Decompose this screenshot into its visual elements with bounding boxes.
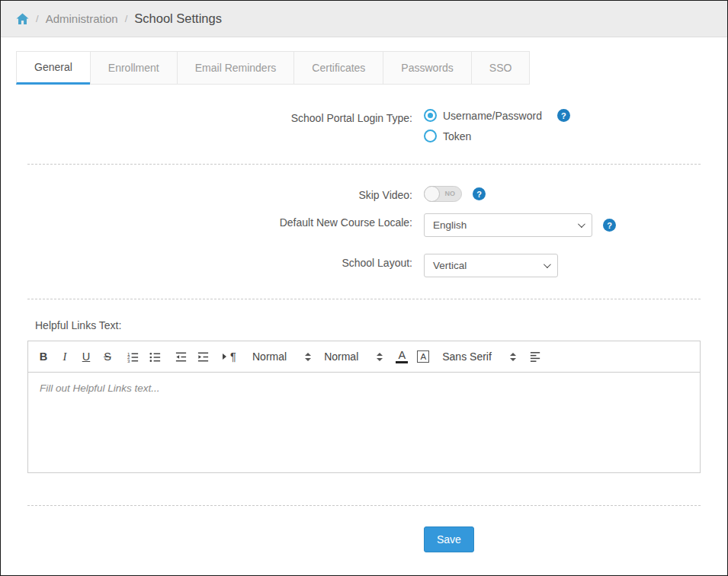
- tab-sso[interactable]: SSO: [471, 51, 531, 85]
- skip-video-toggle[interactable]: NO: [424, 186, 462, 202]
- format-group: B I U S: [37, 350, 114, 363]
- radio-token-label: Token: [443, 130, 471, 142]
- radio-token[interactable]: Token: [424, 130, 570, 142]
- settings-tabs: General Enrollment Email Reminders Certi…: [1, 37, 727, 85]
- italic-button[interactable]: I: [59, 350, 71, 363]
- font-dropdown-value: Sans Serif: [442, 350, 492, 363]
- locale-label: Default New Course Locale:: [1, 213, 412, 229]
- skip-video-help-icon[interactable]: ?: [473, 187, 486, 200]
- home-icon[interactable]: [16, 13, 29, 25]
- layout-control: Vertical: [424, 254, 558, 277]
- toggle-state-label: NO: [445, 187, 456, 201]
- tab-enrollment[interactable]: Enrollment: [90, 51, 178, 85]
- picker-arrows-icon: [377, 353, 383, 361]
- strikethrough-button[interactable]: S: [101, 350, 114, 363]
- breadcrumb-separator: /: [36, 13, 39, 24]
- layout-row: School Layout: Vertical: [1, 254, 727, 277]
- radio-button-selected[interactable]: [424, 109, 437, 122]
- locale-selected-value: English: [433, 219, 467, 231]
- size-dropdown-value: Normal: [324, 350, 358, 363]
- login-type-label: School Portal Login Type:: [1, 109, 412, 124]
- tab-email-reminders[interactable]: Email Reminders: [177, 51, 295, 85]
- login-type-help-icon[interactable]: ?: [557, 109, 570, 122]
- layout-select[interactable]: Vertical: [424, 254, 558, 277]
- login-type-control: Username/Password ? Token: [424, 109, 570, 142]
- radio-button[interactable]: [424, 130, 437, 142]
- save-row: Save: [1, 526, 727, 552]
- svg-text:3: 3: [127, 358, 130, 363]
- font-dropdown[interactable]: Sans Serif: [442, 350, 516, 363]
- header-picker-group: Normal: [252, 350, 311, 363]
- helpful-links-label: Helpful Links Text:: [27, 319, 701, 331]
- locale-control: English ?: [424, 213, 616, 237]
- align-icon[interactable]: [529, 350, 542, 363]
- color-group: A A: [396, 350, 429, 363]
- editor-toolbar: B I U S 123: [28, 341, 700, 373]
- indent-icon[interactable]: [197, 350, 210, 363]
- section-divider: [27, 299, 701, 299]
- radio-username-password-label: Username/Password: [443, 110, 542, 122]
- login-type-radio-group: Username/Password ? Token: [424, 109, 570, 142]
- header-dropdown-value: Normal: [252, 350, 287, 363]
- background-color-icon[interactable]: A: [417, 350, 429, 363]
- pilcrow-glyph: ¶: [227, 350, 239, 363]
- chevron-down-icon: [544, 261, 551, 268]
- picker-arrows-icon: [510, 353, 516, 361]
- direction-arrow: [223, 354, 226, 360]
- locale-select[interactable]: English: [424, 213, 592, 237]
- list-group: 123: [127, 350, 162, 363]
- login-type-row: School Portal Login Type: Username/Passw…: [1, 109, 727, 142]
- editor-placeholder-text: Fill out Helpful Links text...: [40, 382, 160, 394]
- breadcrumb-separator: /: [125, 13, 128, 24]
- school-settings-window: / Administration / School Settings Gener…: [0, 0, 728, 576]
- chevron-down-icon: [578, 220, 585, 228]
- size-picker-group: Normal: [324, 350, 383, 363]
- toggle-knob[interactable]: [424, 186, 440, 202]
- page-title: School Settings: [134, 11, 222, 26]
- text-direction-icon[interactable]: ¶: [223, 350, 239, 363]
- bullet-list-icon[interactable]: [149, 350, 162, 363]
- tab-passwords[interactable]: Passwords: [383, 51, 471, 85]
- underline-button[interactable]: U: [80, 350, 92, 363]
- skip-video-control: NO ?: [424, 186, 486, 202]
- skip-video-label: Skip Video:: [1, 186, 412, 201]
- save-button[interactable]: Save: [424, 526, 474, 552]
- locale-row: Default New Course Locale: English ?: [1, 213, 727, 237]
- breadcrumb: / Administration / School Settings: [1, 1, 727, 37]
- section-divider: [27, 505, 701, 506]
- layout-selected-value: Vertical: [433, 260, 467, 271]
- outdent-icon[interactable]: [175, 350, 188, 363]
- ordered-list-icon[interactable]: 123: [127, 350, 140, 363]
- bold-button[interactable]: B: [37, 350, 50, 363]
- section-divider: [27, 164, 701, 165]
- editor-text-area[interactable]: Fill out Helpful Links text...: [28, 373, 700, 472]
- size-dropdown[interactable]: Normal: [324, 350, 383, 363]
- tab-certificates[interactable]: Certificates: [293, 51, 383, 85]
- font-picker-group: Sans Serif: [442, 350, 516, 363]
- skip-video-row: Skip Video: NO ?: [1, 186, 727, 202]
- indent-group: [175, 350, 210, 363]
- picker-arrows-icon: [305, 353, 311, 361]
- helpful-links-block: Helpful Links Text: B I U S 123: [27, 319, 701, 473]
- text-color-icon[interactable]: A: [396, 350, 408, 363]
- layout-label: School Layout:: [1, 254, 412, 269]
- locale-help-icon[interactable]: ?: [603, 219, 616, 232]
- save-spacer: [1, 526, 424, 552]
- align-group: [529, 350, 542, 363]
- tab-general[interactable]: General: [16, 51, 91, 85]
- breadcrumb-administration[interactable]: Administration: [46, 12, 118, 25]
- rich-text-editor: B I U S 123: [27, 341, 701, 473]
- radio-username-password[interactable]: Username/Password ?: [424, 109, 570, 122]
- direction-group: ¶: [223, 350, 239, 363]
- header-dropdown[interactable]: Normal: [252, 350, 311, 363]
